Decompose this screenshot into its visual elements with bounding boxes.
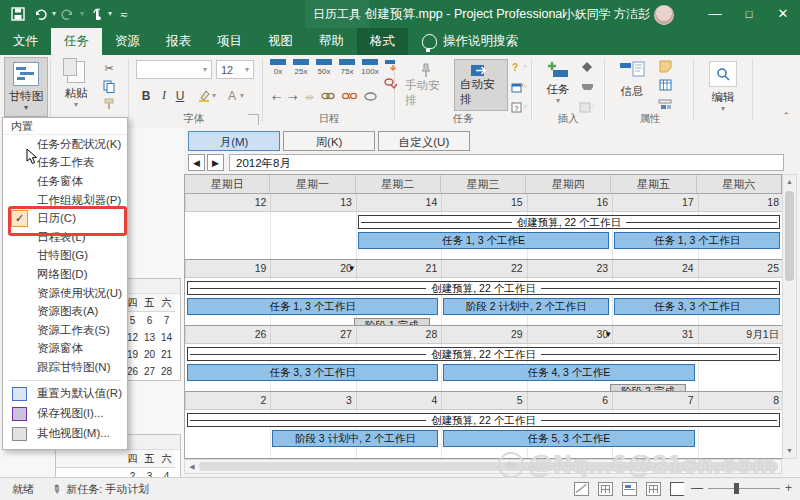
mini-date-cell[interactable]	[90, 468, 107, 477]
mini-date-cell[interactable]	[73, 468, 90, 477]
zoom-out-button[interactable]: —	[691, 481, 703, 495]
percent-75x-button[interactable]: 75x	[337, 59, 357, 81]
view-menu-item[interactable]: 重置为默认值(R)	[3, 384, 127, 404]
calendar-tab-周[interactable]: 周(K)	[283, 131, 375, 151]
task-bar[interactable]: 任务 1, 3 个工作E	[358, 232, 609, 249]
mini-date-cell[interactable]	[107, 468, 124, 477]
date-cell[interactable]: 21	[356, 260, 441, 277]
zoom-slider[interactable]	[708, 488, 780, 489]
mini-date-cell[interactable]: 28	[158, 363, 175, 380]
task-information-button[interactable]: 信息	[612, 57, 652, 117]
calendar-tab-自[interactable]: 自定义(U)	[378, 131, 470, 151]
minimize-button[interactable]: —	[698, 0, 732, 28]
insert-summary-icon[interactable]	[578, 79, 596, 95]
date-cell[interactable]: 9月1日	[698, 326, 783, 343]
summary-task-bar[interactable]: 创建预算, 22 个工作日	[187, 347, 780, 361]
undo-icon[interactable]	[30, 4, 50, 24]
task-inspector-icon[interactable]	[364, 91, 377, 104]
date-cell[interactable]: 4	[356, 392, 441, 409]
date-cell[interactable]: 8	[698, 392, 783, 409]
date-cell[interactable]: 25	[698, 260, 783, 277]
unlink-tasks-icon[interactable]	[342, 91, 357, 104]
percent-0x-button[interactable]: 0x	[268, 59, 288, 81]
touch-mode-icon[interactable]	[86, 4, 106, 24]
dropdown-caret-icon[interactable]: ▾	[240, 92, 244, 100]
date-cell[interactable]: 24	[612, 260, 697, 277]
maximize-button[interactable]: □	[732, 0, 766, 28]
date-cell[interactable]: 27	[270, 326, 355, 343]
link-tasks-icon[interactable]	[321, 91, 335, 104]
task-bar[interactable]: 任务 3, 3 个工作日	[187, 364, 438, 381]
date-cell[interactable]: 31	[612, 326, 697, 343]
font-dialog-launcher-icon[interactable]	[248, 114, 259, 125]
dropdown-caret-icon[interactable]: ▾	[108, 10, 112, 18]
mini-date-cell[interactable]: 20	[141, 346, 158, 363]
tab-task[interactable]: 任务	[51, 28, 102, 55]
new-task-mode[interactable]: ✎ 新任务: 手动计划	[52, 482, 149, 497]
view-menu-item[interactable]: 跟踪甘特图(N)	[3, 358, 127, 377]
previous-month-button[interactable]: ◀	[188, 154, 205, 171]
paste-button[interactable]: 粘贴 ▾	[56, 57, 96, 117]
manually-schedule-button[interactable]: 手动安排	[400, 59, 452, 111]
team-planner-view-icon[interactable]	[622, 482, 637, 496]
date-cell[interactable]: 28	[356, 326, 441, 343]
view-menu-item[interactable]: 资源窗体	[3, 340, 127, 359]
horizontal-scrollbar[interactable]: ◀	[184, 459, 782, 474]
notes-icon[interactable]	[656, 58, 674, 74]
vertical-scrollbar[interactable]: ▲ ▼	[782, 174, 797, 459]
editing-button[interactable]: 编辑 ▾	[702, 57, 744, 117]
user-name[interactable]: 小妖同学 方洁彭	[563, 0, 650, 28]
date-cell[interactable]: 26	[185, 326, 270, 343]
date-cell[interactable]: 16	[527, 194, 612, 211]
date-cell[interactable]: 15	[441, 194, 526, 211]
view-menu-item[interactable]: 任务窗体	[3, 172, 127, 191]
tab-resource[interactable]: 资源	[102, 28, 153, 55]
percent-50x-button[interactable]: 50x	[314, 59, 334, 81]
customize-qat-icon[interactable]: ≂	[114, 4, 134, 24]
font-size-select[interactable]: 12▾	[216, 60, 254, 79]
date-cell[interactable]: 3	[270, 392, 355, 409]
copy-icon[interactable]	[100, 78, 118, 94]
completed-milestone-bar[interactable]: 阶段 2 完成	[610, 384, 686, 392]
tell-me-search[interactable]: 操作说明搜索	[408, 28, 518, 55]
move-task-icon[interactable]: ▾	[510, 79, 528, 95]
mini-date-cell[interactable]: 14	[158, 329, 175, 346]
dropdown-caret-icon[interactable]: ▾	[212, 92, 216, 100]
task-bar[interactable]: 阶段 2 计划中, 2 个工作日	[443, 298, 609, 315]
percent-25x-button[interactable]: 25x	[291, 59, 311, 81]
zoom-slider-thumb[interactable]	[734, 483, 739, 494]
date-cell[interactable]: 7	[612, 392, 697, 409]
task-bar[interactable]: 任务 3, 3 个工作日	[614, 298, 780, 315]
mini-date-cell[interactable]: 13	[141, 329, 158, 346]
date-cell[interactable]: 5	[441, 392, 526, 409]
respect-links-icon[interactable]	[382, 57, 400, 73]
tab-file[interactable]: 文件	[0, 28, 51, 55]
insert-task-button[interactable]: 任务 ▾	[540, 57, 576, 117]
mini-date-cell[interactable]: 3	[141, 468, 158, 477]
tab-report[interactable]: 报表	[153, 28, 204, 55]
inactivate-icon[interactable]	[382, 75, 400, 91]
close-button[interactable]: ✕	[766, 0, 800, 28]
italic-button[interactable]: I	[156, 87, 172, 104]
view-menu-item[interactable]: 任务工作表	[3, 154, 127, 173]
date-cell[interactable]: 19	[185, 260, 270, 277]
mini-date-cell[interactable]: 2	[124, 468, 141, 477]
details-icon[interactable]	[656, 77, 674, 93]
view-menu-item[interactable]: 任务分配状况(K)	[3, 135, 127, 154]
view-menu-item[interactable]: 资源图表(A)	[3, 302, 127, 321]
gantt-view-icon[interactable]	[574, 482, 589, 496]
view-menu-item[interactable]: 其他视图(M)...	[3, 424, 127, 444]
calendar-tab-月[interactable]: 月(M)	[188, 131, 280, 151]
avatar[interactable]	[654, 5, 674, 25]
mini-date-cell[interactable]	[56, 468, 73, 477]
summary-task-bar[interactable]: 创建预算, 22 个工作日	[187, 281, 780, 295]
collapse-ribbon-icon[interactable]: ⌃	[782, 111, 790, 121]
task-bar[interactable]: 任务 5, 3 个工作E	[443, 430, 694, 447]
move-task-forward-icon[interactable]: ⇢	[288, 91, 297, 104]
date-cell[interactable]: 12	[185, 194, 270, 211]
view-menu-item[interactable]: 甘特图(G)	[3, 247, 127, 266]
mini-date-cell[interactable]: 27	[141, 363, 158, 380]
bold-button[interactable]: B	[138, 87, 154, 104]
date-cell[interactable]: 22	[441, 260, 526, 277]
scroll-up-icon[interactable]: ▲	[783, 175, 796, 189]
